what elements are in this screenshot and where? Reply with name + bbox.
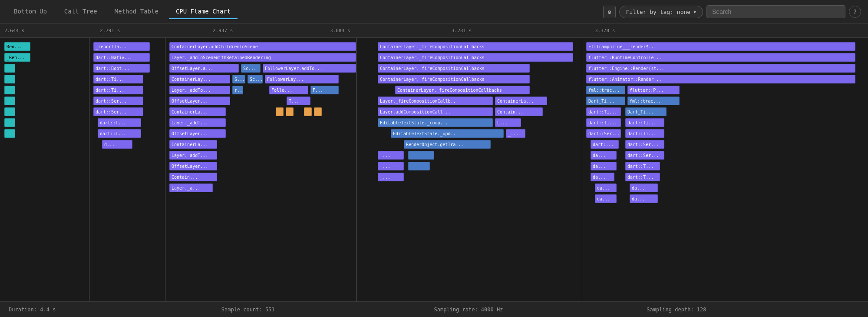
flame-bar[interactable]: Layer.addCompositionCall... (378, 107, 493, 116)
flame-bar[interactable]: dart:... (591, 140, 619, 149)
flame-bar[interactable]: Contain... (169, 173, 217, 181)
flame-bar[interactable]: dart::Ti... (625, 129, 664, 138)
flame-bar[interactable]: Layer._addToSceneWithRetainedRendering (169, 53, 356, 62)
tab-cpu-flame-chart[interactable]: CPU Flame Chart (169, 4, 238, 19)
flame-bar[interactable]: dart::Boot... (93, 64, 150, 73)
flame-bar[interactable]: FollowerLayer.addTo... (263, 64, 356, 73)
flame-bar[interactable]: OffsetLayer.a... (169, 64, 239, 73)
flame-bar[interactable] (4, 86, 15, 94)
flame-bar[interactable]: da... (595, 194, 617, 203)
flame-bar[interactable]: _... (378, 162, 404, 170)
flame-bar[interactable] (408, 151, 434, 160)
flame-bar[interactable]: Layer._addT... (169, 118, 226, 127)
flame-bar[interactable] (4, 129, 15, 138)
flame-bar[interactable]: dart::Ti... (625, 118, 664, 127)
flame-bar[interactable]: F... (310, 86, 339, 94)
flame-bar[interactable]: _reportTa... (93, 42, 150, 51)
flame-bar[interactable]: r... (232, 86, 243, 94)
flame-bar[interactable]: ContainerLayer._fireCompositionCallbacks (378, 53, 573, 62)
flame-bar[interactable] (408, 162, 430, 170)
flame-bar[interactable]: flutter::Engine::Render(st... (586, 64, 855, 73)
flame-bar[interactable] (314, 107, 322, 116)
flame-bar[interactable] (286, 107, 294, 116)
flame-bar[interactable] (4, 97, 15, 105)
flame-bar[interactable]: Dart_Ti... (586, 97, 625, 105)
flame-bar[interactable]: dart::Ser... (93, 107, 143, 116)
flame-bar[interactable]: Layer._fireCompositionCallb... (378, 97, 493, 105)
flame-bar[interactable] (4, 118, 15, 127)
flame-bar[interactable]: da... (591, 173, 614, 181)
filter-tag-dropdown[interactable]: Filter by tag: none ▾ (619, 6, 703, 18)
flame-bar[interactable]: ContainerLa... (169, 107, 226, 116)
flame-bar[interactable]: EditableTextState._upd... (391, 129, 504, 138)
flame-bar[interactable]: _... (506, 129, 525, 138)
flame-bar[interactable]: Sc... (241, 64, 261, 73)
flame-bar[interactable]: dart::Ser... (93, 97, 143, 105)
flame-bar[interactable]: dart::T... (98, 129, 141, 138)
tab-method-table[interactable]: Method Table (108, 4, 165, 19)
flame-bar[interactable]: dart::Ser... (625, 140, 664, 149)
filter-button[interactable]: ⚙ (603, 6, 616, 18)
flame-bar[interactable]: dart::Ti... (586, 118, 621, 127)
flame-bar[interactable]: d... (102, 140, 132, 149)
flame-bar[interactable]: _... (378, 173, 404, 181)
flame-bar[interactable]: OffsetLayer... (169, 129, 226, 138)
flame-bar[interactable]: _Ren... (4, 53, 30, 62)
flame-bar[interactable]: dart::Ti... (586, 107, 621, 116)
flame-bar[interactable]: Dart_Ti... (625, 107, 667, 116)
flame-bar[interactable]: OffsetLayer... (169, 97, 230, 105)
search-input[interactable] (712, 8, 840, 15)
flame-bar[interactable]: Layer._a... (169, 184, 213, 192)
flame-bar[interactable]: Sc... (248, 75, 263, 83)
flame-bar[interactable]: ContainerLayer._fireCompositionCallbacks (378, 64, 530, 73)
flame-bar[interactable]: Contain... (495, 107, 543, 116)
flame-bar[interactable]: dart::Ser... (586, 129, 621, 138)
flame-bar[interactable]: FollowerLay... (265, 75, 339, 83)
flame-bar[interactable]: da... (595, 184, 617, 192)
flame-bar[interactable]: ContainerLayer._fireCompositionCallbacks (378, 42, 573, 51)
flame-bar[interactable]: ContainerLa... (495, 97, 547, 105)
flame-bar[interactable]: dart::Ser... (625, 151, 664, 160)
flame-bar[interactable]: ContainerLa... (169, 140, 217, 149)
flame-bar[interactable]: da... (630, 194, 658, 203)
flame-bar[interactable]: fml::trac... (627, 97, 680, 105)
flame-bar[interactable]: da... (591, 151, 617, 160)
flame-bar[interactable]: dart::T... (625, 173, 660, 181)
flame-bar[interactable]: EditableTextState._comp... (378, 118, 493, 127)
flame-bar[interactable]: ContainerLayer._fireCompositionCallbacks (395, 86, 530, 94)
tab-call-tree[interactable]: Call Tree (57, 4, 104, 19)
flame-bar[interactable]: ContainerLayer._fireCompositionCallbacks (378, 75, 530, 83)
flame-bar[interactable]: L... (495, 118, 521, 127)
flame-bar[interactable]: dart::Ti... (93, 86, 143, 94)
flame-bar[interactable] (4, 75, 15, 83)
flame-bar[interactable]: ContainerLayer.addChildrenToScene (169, 42, 356, 51)
flame-bar[interactable] (4, 64, 15, 73)
flame-bar[interactable]: Layer._addT... (169, 151, 217, 160)
flame-bar[interactable]: da... (591, 162, 617, 170)
flame-bar[interactable] (276, 107, 284, 116)
flame-bar[interactable]: fml::trac... (586, 86, 625, 94)
flame-bar[interactable]: da... (630, 184, 658, 192)
flame-bar[interactable]: Layer._addTo... (169, 86, 230, 94)
flame-bar[interactable]: flutter::Animator::Render... (586, 75, 855, 83)
flame-bar[interactable]: RenderObject.getTra... (404, 140, 491, 149)
tab-bottom-up[interactable]: Bottom Up (7, 4, 54, 19)
flame-bar[interactable]: Ren... (4, 42, 30, 51)
flame-bar[interactable]: _... (378, 151, 404, 160)
flame-bar[interactable]: OffsetLayer... (169, 162, 217, 170)
flame-bar[interactable]: dart::Nativ... (93, 53, 150, 62)
flame-bar[interactable]: dart::Ti... (93, 75, 143, 83)
flame-bar[interactable]: flutter::P... (627, 86, 680, 94)
flame-bar[interactable]: Follo... (269, 86, 308, 94)
flame-bar[interactable]: ContainerLay... (169, 75, 230, 83)
help-button[interactable]: ? (849, 6, 861, 18)
flame-bar[interactable]: dart::T... (625, 162, 660, 170)
flame-bar[interactable]: T... (287, 97, 310, 105)
flame-bar[interactable] (4, 107, 15, 116)
search-box[interactable] (706, 5, 845, 18)
flame-bar[interactable]: FfiTrampoline___render$... (586, 42, 855, 51)
flame-bar[interactable] (304, 107, 312, 116)
flame-bar[interactable]: S... (232, 75, 245, 83)
flame-bar[interactable]: dart::T... (98, 118, 141, 127)
flame-bar[interactable]: flutter::RuntimeControlle... (586, 53, 855, 62)
